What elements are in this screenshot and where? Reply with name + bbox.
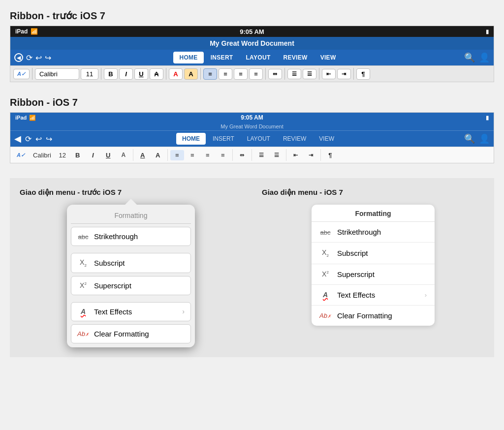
status-bar-old: iPad 📶 9:05 AM ▮ — [10, 26, 494, 37]
tab-insert-old[interactable]: INSERT — [205, 52, 239, 63]
user-icon-old[interactable]: 👤 — [479, 52, 490, 63]
indent-button-old[interactable]: ⇥ — [337, 69, 351, 79]
tab-home-old[interactable]: HOME — [173, 52, 203, 63]
title-bar-old: My Great Word Document — [10, 37, 494, 50]
strikethrough-button-new[interactable]: A — [117, 150, 130, 160]
menu-old-half: Giao diện menu - trước iOS 7 Formatting … — [10, 178, 252, 357]
tab-review-old[interactable]: REVIEW — [278, 52, 314, 63]
paragraph-button-old[interactable]: ¶ — [356, 68, 370, 80]
sep7-old — [319, 68, 319, 80]
status-right-new: ▮ — [486, 115, 489, 121]
paragraph-button-new[interactable]: ¶ — [323, 150, 337, 160]
underline-button-new[interactable]: U — [101, 150, 115, 160]
menu-item-superscript-new[interactable]: X2 Superscript — [312, 264, 435, 285]
sep4-old — [200, 68, 201, 80]
tab-review-new[interactable]: REVIEW — [277, 133, 312, 145]
tab-layout-old[interactable]: LAYOUT — [240, 52, 276, 63]
sep-new3 — [232, 149, 233, 161]
sep2-old — [101, 68, 101, 80]
sep-new6 — [320, 149, 321, 161]
font-name-new[interactable]: Calibri — [30, 150, 54, 160]
styles-button-old[interactable]: A✓ — [13, 69, 30, 79]
nav-bar-old: ◀ ⟳ ↩ ↪ HOME INSERT LAYOUT REVIEW VIEW 🔍… — [10, 50, 494, 65]
menu-item-superscript-old[interactable]: X2 Superscript — [71, 276, 191, 295]
bullet-list-button-old[interactable]: ☰ — [287, 69, 301, 79]
strikethrough-button-old[interactable]: A — [150, 68, 163, 80]
menu-sep-2-old — [71, 298, 191, 302]
font-color-button-old[interactable]: A — [169, 68, 183, 80]
numbered-list-button-new[interactable]: ☰ — [270, 151, 284, 160]
indent-button-new[interactable]: ⇥ — [304, 151, 318, 160]
status-time-new: 9:05 AM — [241, 114, 263, 121]
align-justify-button-old[interactable]: ≡ — [249, 68, 263, 80]
menu-new-title: Giao diện menu - iOS 7 — [262, 188, 484, 197]
font-size-new[interactable]: 12 — [56, 150, 69, 160]
menu-item-texteffects-new[interactable]: A Text Effects › — [312, 285, 435, 306]
nav-left-new: ◀ ⟳ ↩ ↪ — [14, 133, 52, 144]
ribbon-old-container: iPad 📶 9:05 AM ▮ My Great Word Document … — [10, 26, 494, 82]
line-spacing-button-new[interactable]: ⇔ — [235, 151, 249, 160]
document-subtitle-new: My Great Word Document — [220, 123, 284, 129]
align-justify-button-new[interactable]: ≡ — [216, 150, 230, 160]
superscript-label-old: Superscript — [94, 281, 131, 290]
outdent-button-new[interactable]: ⇤ — [289, 151, 303, 160]
menu-item-strikethrough-old[interactable]: abc Strikethrough — [71, 227, 191, 246]
align-left-button-new[interactable]: ≡ — [170, 150, 184, 160]
menu-item-strikethrough-new[interactable]: abc Strikethrough — [312, 222, 435, 243]
align-center-button-new[interactable]: ≡ — [186, 150, 199, 160]
undo-icon-new[interactable]: ↩ — [35, 134, 42, 144]
font-size-old[interactable]: 11 — [81, 68, 98, 80]
italic-button-old[interactable]: I — [119, 68, 133, 80]
bold-button-old[interactable]: B — [104, 68, 118, 80]
undo-icon-old[interactable]: ↩ — [35, 53, 42, 62]
sep8-old — [353, 68, 354, 80]
battery-icon-old: ▮ — [486, 29, 489, 35]
search-icon-old[interactable]: 🔍 — [464, 52, 475, 63]
menu-item-subscript-new[interactable]: X2 Subscript — [312, 243, 435, 264]
strikethrough-label-old: Strikethrough — [94, 232, 138, 241]
font-name-old[interactable]: Calibri — [35, 68, 79, 80]
subscript-label-new: Subscript — [337, 249, 368, 257]
nav-tabs-old: HOME INSERT LAYOUT REVIEW VIEW — [54, 52, 461, 63]
tab-layout-new[interactable]: LAYOUT — [241, 133, 276, 145]
menu-item-clearformat-old[interactable]: Ab✗ Clear Formatting — [71, 324, 191, 343]
align-left-button-old[interactable]: ≡ — [203, 68, 217, 80]
clearformat-label-old: Clear Formatting — [94, 330, 149, 338]
user-icon-new[interactable]: 👤 — [479, 133, 490, 144]
bullet-list-button-new[interactable]: ☰ — [254, 151, 268, 160]
outdent-button-old[interactable]: ⇤ — [322, 69, 336, 79]
refresh-icon-new[interactable]: ⟳ — [25, 134, 32, 144]
menu-item-texteffects-old[interactable]: A Text Effects › — [71, 302, 191, 321]
styles-button-new[interactable]: A✓ — [13, 151, 29, 160]
numbered-list-button-old[interactable]: ☰ — [303, 69, 316, 79]
clearformat-icon-old: Ab✗ — [77, 330, 89, 338]
search-icon-new[interactable]: 🔍 — [464, 133, 475, 144]
line-spacing-button-old[interactable]: ⇔ — [268, 69, 282, 79]
refresh-icon-old[interactable]: ⟳ — [26, 53, 32, 62]
underline-button-old[interactable]: U — [134, 68, 148, 80]
back-button-old[interactable]: ◀ — [14, 53, 23, 62]
menu-item-clearformat-new[interactable]: Ab✗ Clear Formatting — [312, 306, 435, 326]
redo-icon-old[interactable]: ↪ — [45, 53, 51, 62]
redo-icon-new[interactable]: ↪ — [46, 134, 52, 144]
italic-button-new[interactable]: I — [86, 150, 100, 160]
ribbon-new-title: Ribbon - iOS 7 — [10, 97, 494, 108]
tab-view-new[interactable]: VIEW — [313, 133, 340, 145]
bold-button-new[interactable]: B — [71, 150, 85, 160]
status-left-old: iPad 📶 — [15, 28, 38, 35]
tab-home-new[interactable]: HOME — [176, 133, 206, 145]
subscript-icon-old: X2 — [77, 258, 89, 268]
highlight-button-old[interactable]: A — [184, 68, 198, 80]
font-color-button-new[interactable]: A — [136, 150, 150, 160]
ribbon-old-title: Ribbon - trước iOS 7 — [10, 10, 494, 22]
texteffects-arrow-new: › — [425, 291, 427, 299]
tab-insert-new[interactable]: INSERT — [207, 133, 240, 145]
highlight-button-new[interactable]: A — [151, 150, 165, 160]
back-icon-new[interactable]: ◀ — [14, 133, 21, 144]
align-center-button-old[interactable]: ≡ — [219, 68, 232, 80]
align-right-button-old[interactable]: ≡ — [234, 68, 248, 80]
menu-item-subscript-old[interactable]: X2 Subscript — [71, 253, 191, 273]
tab-view-old[interactable]: VIEW — [315, 52, 342, 63]
status-left-new: iPad 📶 — [15, 115, 36, 121]
align-right-button-new[interactable]: ≡ — [201, 150, 215, 160]
